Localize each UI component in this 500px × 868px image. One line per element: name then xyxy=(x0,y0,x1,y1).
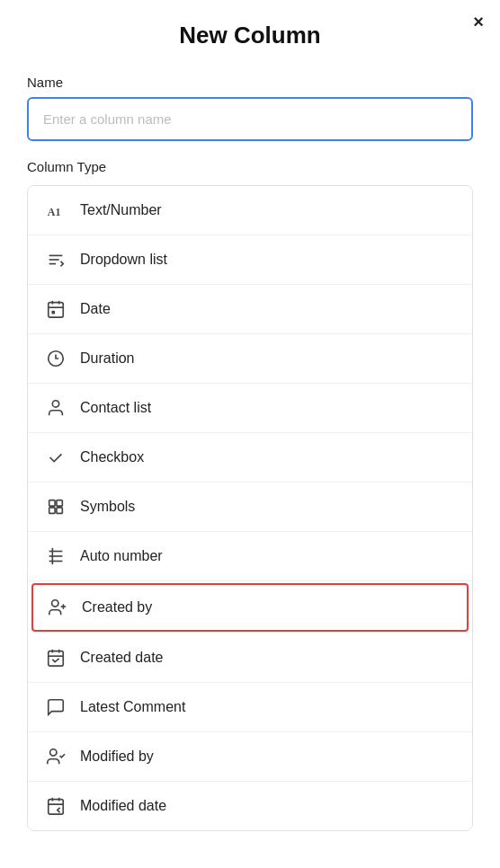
close-button[interactable]: × xyxy=(473,13,484,31)
column-type-item-duration[interactable]: Duration xyxy=(28,334,472,384)
new-column-modal: × New Column Name Column Type A1 Text/Nu… xyxy=(0,0,500,868)
column-type-item-created-date[interactable]: Created date xyxy=(28,633,472,683)
column-type-label-date: Date xyxy=(80,301,111,317)
column-type-item-modified-by[interactable]: Modified by xyxy=(28,732,472,782)
auto-number-icon xyxy=(44,545,67,568)
svg-rect-11 xyxy=(49,500,55,506)
column-type-label-modified-by: Modified by xyxy=(80,748,154,765)
column-type-list: A1 Text/Number Dropdown list xyxy=(27,185,473,831)
date-icon xyxy=(44,297,67,321)
created-by-icon xyxy=(46,596,69,619)
column-type-label-dropdown-list: Dropdown list xyxy=(80,252,167,268)
column-type-item-contact-list[interactable]: Contact list xyxy=(28,384,472,433)
svg-rect-14 xyxy=(57,508,62,513)
latest-comment-icon xyxy=(44,695,67,719)
column-type-item-created-by[interactable]: Created by xyxy=(31,583,469,632)
checkbox-icon xyxy=(44,446,67,469)
column-type-label-latest-comment: Latest Comment xyxy=(80,699,185,715)
column-type-label-modified-date: Modified date xyxy=(80,798,166,814)
column-type-label-symbols: Symbols xyxy=(80,499,135,515)
modified-date-icon xyxy=(44,794,67,818)
svg-rect-4 xyxy=(49,303,64,318)
column-type-label-contact-list: Contact list xyxy=(80,400,151,416)
column-type-item-symbols[interactable]: Symbols xyxy=(28,483,472,532)
column-type-item-dropdown-list[interactable]: Dropdown list xyxy=(28,235,472,285)
created-date-icon xyxy=(44,646,67,669)
column-type-label-created-date: Created date xyxy=(80,650,164,666)
symbols-icon xyxy=(44,495,67,518)
svg-rect-22 xyxy=(49,651,64,667)
svg-text:A1: A1 xyxy=(48,206,61,218)
svg-rect-12 xyxy=(49,508,55,513)
modified-by-icon xyxy=(44,745,67,768)
column-type-label: Column Type xyxy=(27,159,473,174)
text-number-icon: A1 xyxy=(44,199,67,222)
dropdown-icon xyxy=(44,248,67,271)
column-type-item-checkbox[interactable]: Checkbox xyxy=(28,433,472,483)
svg-point-10 xyxy=(52,401,58,407)
modal-overlay: × New Column Name Column Type A1 Text/Nu… xyxy=(0,0,500,868)
svg-rect-13 xyxy=(57,500,62,506)
modal-title: New Column xyxy=(27,22,473,49)
column-type-item-latest-comment[interactable]: Latest Comment xyxy=(28,683,472,732)
column-type-label-duration: Duration xyxy=(80,350,134,367)
column-type-item-text-number[interactable]: A1 Text/Number xyxy=(28,186,472,235)
duration-icon xyxy=(44,347,67,370)
column-type-label-created-by: Created by xyxy=(82,599,152,616)
contact-icon xyxy=(44,396,67,420)
name-field-label: Name xyxy=(27,75,473,90)
column-type-label-checkbox: Checkbox xyxy=(80,449,144,465)
svg-rect-8 xyxy=(51,311,55,314)
svg-point-26 xyxy=(50,749,57,756)
column-type-item-date[interactable]: Date xyxy=(28,285,472,334)
column-type-label-auto-number: Auto number xyxy=(80,548,163,564)
svg-point-19 xyxy=(52,600,58,607)
column-name-input[interactable] xyxy=(27,97,473,141)
column-type-label-text-number: Text/Number xyxy=(80,202,162,218)
column-type-item-auto-number[interactable]: Auto number xyxy=(28,532,472,581)
svg-rect-27 xyxy=(49,800,64,815)
column-type-item-modified-date[interactable]: Modified date xyxy=(28,782,472,830)
